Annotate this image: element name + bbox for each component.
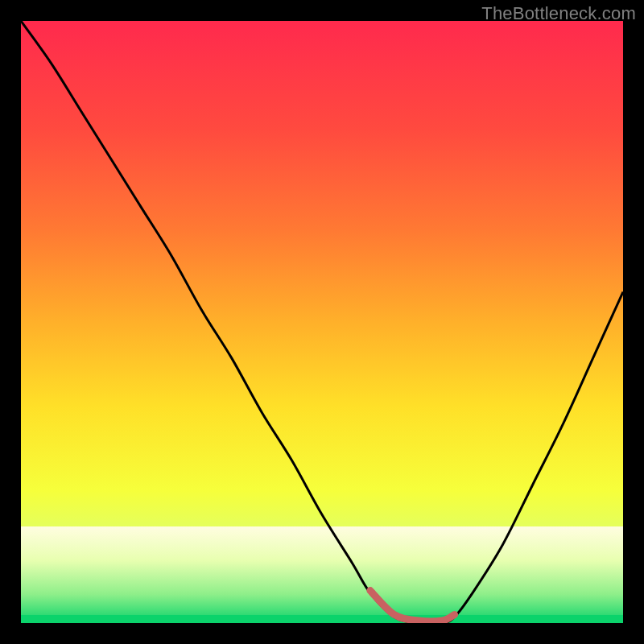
- chart-svg: [21, 21, 623, 623]
- chart-area: [21, 21, 623, 623]
- outer-frame: TheBottleneck.com: [0, 0, 644, 644]
- bottom-gradient-band: [21, 526, 623, 623]
- green-baseline-strip: [21, 615, 623, 623]
- watermark-label: TheBottleneck.com: [481, 3, 636, 24]
